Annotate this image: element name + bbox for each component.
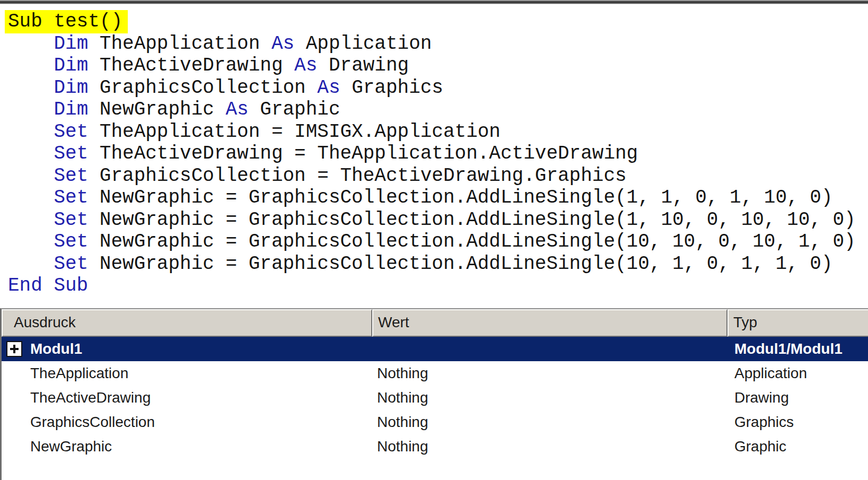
code-editor[interactable]: Sub test() Dim TheApplication As Applica…	[0, 5, 868, 308]
expand-plus-icon[interactable]	[6, 341, 22, 357]
type-cell: Graphics	[727, 410, 868, 434]
expression-cell: TheActiveDrawing	[2, 386, 372, 410]
code-line: Set NewGraphic = GraphicsCollection.AddL…	[8, 231, 868, 253]
splitter-bar[interactable]	[0, 0, 868, 5]
value-label: Nothing	[377, 414, 428, 430]
expression-label: GraphicsCollection	[30, 410, 155, 434]
code-line: Set NewGraphic = GraphicsCollection.AddL…	[8, 187, 868, 209]
type-cell: Application	[727, 361, 868, 386]
type-label: Graphic	[734, 438, 786, 455]
expression-cell: TheApplication	[2, 361, 372, 386]
expression-label: TheApplication	[30, 361, 128, 386]
value-cell: Nothing	[372, 410, 727, 434]
code-line: Set TheActiveDrawing = TheApplication.Ac…	[8, 143, 868, 165]
code-line: Dim TheApplication As Application	[8, 33, 868, 55]
watch-row[interactable]: NewGraphic Nothing Graphic	[2, 434, 868, 459]
value-label: Nothing	[377, 438, 428, 455]
value-cell: Nothing	[372, 361, 727, 386]
watch-row[interactable]: TheActiveDrawing Nothing Drawing	[2, 386, 868, 410]
type-cell: Graphic	[727, 434, 868, 459]
watch-header: Ausdruck Wert Typ	[2, 309, 868, 337]
watch-row[interactable]: GraphicsCollection Nothing Graphics	[2, 410, 868, 434]
column-header-label: Typ	[733, 314, 757, 330]
code-line: Dim NewGraphic As Graphic	[8, 99, 868, 121]
code-line: Sub test()	[8, 11, 868, 33]
type-label: Drawing	[734, 389, 789, 406]
type-cell: Drawing	[727, 386, 868, 410]
value-cell: Nothing	[372, 386, 727, 410]
expression-label: Modul1	[30, 337, 82, 361]
type-cell: Modul1/Modul1	[727, 337, 868, 361]
value-cell	[372, 337, 727, 361]
watch-row[interactable]: TheApplication Nothing Application	[2, 361, 868, 386]
code-line: Set TheApplication = IMSIGX.Application	[8, 121, 868, 143]
expression-cell: NewGraphic	[2, 434, 372, 459]
code-line: Dim GraphicsCollection As Graphics	[8, 77, 868, 99]
code-line: Dim TheActiveDrawing As Drawing	[8, 55, 868, 77]
column-header-wert[interactable]: Wert	[372, 309, 727, 337]
column-header-label: Wert	[378, 314, 409, 330]
type-label: Graphics	[734, 414, 794, 430]
expression-cell: Modul1	[2, 337, 372, 361]
type-label: Application	[734, 365, 807, 381]
code-line: End Sub	[8, 275, 868, 297]
execution-highlight: Sub test()	[5, 10, 128, 33]
watch-body: Modul1 Modul1/Modul1 TheApplication Noth…	[2, 337, 868, 459]
code-line: Set NewGraphic = GraphicsCollection.AddL…	[8, 209, 868, 231]
value-label: Nothing	[377, 365, 428, 381]
code-line: Set GraphicsCollection = TheActiveDrawin…	[8, 165, 868, 187]
expression-cell: GraphicsCollection	[2, 410, 372, 434]
column-header-typ[interactable]: Typ	[727, 309, 868, 337]
watch-row[interactable]: Modul1 Modul1/Modul1	[2, 337, 868, 361]
value-label: Nothing	[377, 389, 428, 406]
column-header-ausdruck[interactable]: Ausdruck	[2, 309, 372, 337]
type-label: Modul1/Modul1	[734, 341, 843, 357]
value-cell: Nothing	[372, 434, 727, 459]
watch-window: Ausdruck Wert Typ Modul1 Modul1/Modul1 T…	[0, 308, 868, 480]
code-line: Set NewGraphic = GraphicsCollection.AddL…	[8, 253, 868, 275]
expression-label: TheActiveDrawing	[30, 386, 151, 410]
column-header-label: Ausdruck	[14, 314, 76, 330]
expression-label: NewGraphic	[30, 434, 112, 459]
